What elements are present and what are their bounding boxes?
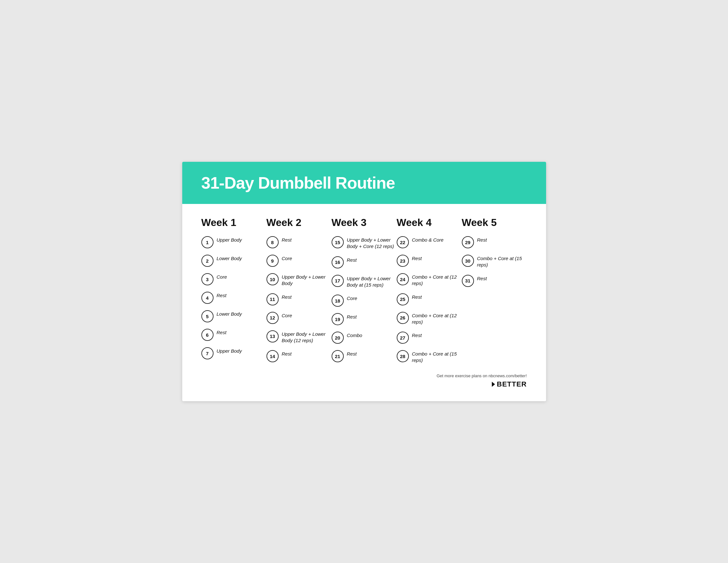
- day-circle-23: 23: [397, 255, 409, 267]
- day-item-28: 28Combo + Core at (15 reps): [397, 349, 462, 364]
- day-label-10: Upper Body + Lower Body: [282, 273, 332, 287]
- day-circle-22: 22: [397, 236, 409, 248]
- week-5-title: Week 5: [462, 217, 527, 229]
- footer-section: Get more exercise plans on nbcnews.com/b…: [201, 373, 527, 389]
- week-4-col: Week 422Combo & Core23Rest24Combo + Core…: [397, 217, 462, 370]
- day-item-22: 22Combo & Core: [397, 236, 462, 248]
- week-2-title: Week 2: [266, 217, 332, 229]
- day-label-13: Upper Body + Lower Body (12 reps): [282, 330, 332, 344]
- week-3-col: Week 315Upper Body + Lower Body + Core (…: [332, 217, 397, 370]
- day-circle-19: 19: [332, 313, 344, 325]
- day-label-15: Upper Body + Lower Body + Core (12 reps): [347, 236, 397, 250]
- footer-promo: Get more exercise plans on nbcnews.com/b…: [437, 373, 527, 379]
- day-item-26: 26Combo + Core at (12 reps): [397, 311, 462, 326]
- day-circle-21: 21: [332, 350, 344, 362]
- week-1-col: Week 11Upper Body2Lower Body3Core4Rest5L…: [201, 217, 266, 370]
- week-3-title: Week 3: [332, 217, 397, 229]
- day-label-24: Combo + Core at (12 reps): [412, 273, 462, 287]
- day-label-26: Combo + Core at (12 reps): [412, 311, 462, 326]
- content: Week 11Upper Body2Lower Body3Core4Rest5L…: [182, 204, 546, 401]
- day-item-9: 9Core: [266, 254, 332, 267]
- day-label-30: Combo + Core at (15 reps): [477, 254, 527, 268]
- day-circle-29: 29: [462, 236, 474, 248]
- day-circle-14: 14: [266, 350, 279, 362]
- week-5-col: Week 529Rest30Combo + Core at (15 reps)3…: [462, 217, 527, 370]
- day-item-13: 13Upper Body + Lower Body (12 reps): [266, 330, 332, 344]
- day-label-9: Core: [282, 254, 292, 262]
- day-label-25: Rest: [412, 293, 422, 300]
- day-label-12: Core: [282, 311, 292, 319]
- day-circle-17: 17: [332, 275, 344, 287]
- day-item-31: 31Rest: [462, 274, 527, 287]
- day-label-6: Rest: [217, 328, 227, 336]
- day-circle-26: 26: [397, 312, 409, 324]
- day-item-1: 1Upper Body: [201, 236, 266, 248]
- day-item-3: 3Core: [201, 273, 266, 285]
- week-2-col: Week 28Rest9Core10Upper Body + Lower Bod…: [266, 217, 332, 370]
- day-label-3: Core: [217, 273, 227, 280]
- day-item-11: 11Rest: [266, 293, 332, 305]
- day-item-20: 20Combo: [332, 331, 397, 344]
- day-label-17: Upper Body + Lower Body at (15 reps): [347, 274, 397, 289]
- better-logo: BETTER: [437, 380, 527, 388]
- page-title: 31-Day Dumbbell Routine: [201, 173, 527, 192]
- day-circle-13: 13: [266, 330, 279, 342]
- day-item-5: 5Lower Body: [201, 310, 266, 322]
- day-label-11: Rest: [282, 293, 292, 300]
- day-item-2: 2Lower Body: [201, 254, 266, 267]
- day-item-17: 17Upper Body + Lower Body at (15 reps): [332, 274, 397, 289]
- week-4-title: Week 4: [397, 217, 462, 229]
- day-item-25: 25Rest: [397, 293, 462, 305]
- day-label-21: Rest: [347, 349, 357, 357]
- day-label-28: Combo + Core at (15 reps): [412, 349, 462, 364]
- day-item-30: 30Combo + Core at (15 reps): [462, 254, 527, 268]
- day-circle-24: 24: [397, 273, 409, 285]
- day-item-24: 24Combo + Core at (12 reps): [397, 273, 462, 287]
- day-label-22: Combo & Core: [412, 236, 444, 243]
- day-circle-15: 15: [332, 236, 344, 248]
- better-brand: BETTER: [497, 380, 527, 388]
- day-item-14: 14Rest: [266, 349, 332, 362]
- better-arrow-icon: [492, 382, 495, 387]
- day-label-4: Rest: [217, 291, 227, 299]
- day-circle-8: 8: [266, 236, 279, 248]
- day-label-31: Rest: [477, 274, 487, 282]
- day-circle-12: 12: [266, 312, 279, 324]
- day-label-29: Rest: [477, 236, 487, 243]
- day-label-8: Rest: [282, 236, 292, 243]
- day-item-23: 23Rest: [397, 254, 462, 267]
- day-label-1: Upper Body: [217, 236, 242, 243]
- day-item-7: 7Upper Body: [201, 347, 266, 359]
- week-1-title: Week 1: [201, 217, 266, 229]
- day-item-16: 16Rest: [332, 256, 397, 268]
- day-circle-1: 1: [201, 236, 214, 248]
- day-circle-6: 6: [201, 329, 214, 341]
- day-circle-5: 5: [201, 310, 214, 322]
- day-item-21: 21Rest: [332, 349, 397, 362]
- header: 31-Day Dumbbell Routine: [182, 162, 546, 204]
- day-item-6: 6Rest: [201, 328, 266, 341]
- day-label-27: Rest: [412, 331, 422, 339]
- day-item-27: 27Rest: [397, 331, 462, 344]
- day-item-19: 19Rest: [332, 312, 397, 325]
- day-item-15: 15Upper Body + Lower Body + Core (12 rep…: [332, 236, 397, 250]
- day-label-20: Combo: [347, 331, 362, 339]
- card: 31-Day Dumbbell Routine Week 11Upper Bod…: [182, 162, 546, 401]
- day-circle-18: 18: [332, 295, 344, 307]
- day-label-5: Lower Body: [217, 310, 242, 317]
- day-circle-30: 30: [462, 255, 474, 267]
- day-circle-10: 10: [266, 273, 279, 285]
- day-label-23: Rest: [412, 254, 422, 262]
- day-item-4: 4Rest: [201, 291, 266, 304]
- day-circle-4: 4: [201, 292, 214, 304]
- day-circle-27: 27: [397, 332, 409, 344]
- day-item-12: 12Core: [266, 311, 332, 324]
- day-circle-16: 16: [332, 256, 344, 268]
- day-item-29: 29Rest: [462, 236, 527, 248]
- day-item-18: 18Core: [332, 294, 397, 307]
- day-circle-2: 2: [201, 255, 214, 267]
- day-circle-9: 9: [266, 255, 279, 267]
- day-label-16: Rest: [347, 256, 357, 263]
- day-circle-28: 28: [397, 350, 409, 362]
- day-label-7: Upper Body: [217, 347, 242, 354]
